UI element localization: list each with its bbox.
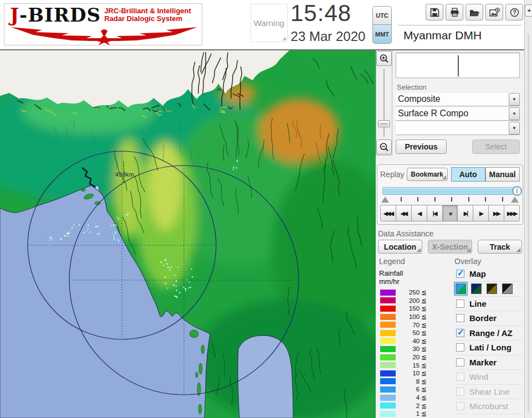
overlay-label: Overlay [454, 257, 522, 266]
header: J-BIRDS JRC-Brilliant & Intelligent Rada… [0, 0, 524, 49]
checkbox[interactable] [456, 300, 464, 308]
checkbox [456, 402, 464, 410]
legend-label: Legend [379, 257, 449, 266]
logo-title: J-BIRDS [10, 5, 101, 25]
timezone-toggle: UTC MMT [372, 6, 392, 44]
print-button[interactable] [446, 4, 463, 20]
legend: Legend Rainfall mm/hr 250 ≦ 200 ≦ 150 ≦ … [376, 257, 449, 418]
overlay-border-checkbox[interactable]: Border [454, 311, 522, 326]
timeline-ticks [382, 196, 518, 203]
help-button[interactable]: ? [505, 4, 523, 20]
jbirds-app: J-BIRDS JRC-Brilliant & Intelligent Rada… [0, 0, 532, 418]
header-right: ? Myanmar DMH [398, 0, 524, 49]
overlay-shear-line-checkbox: Shear Line [454, 385, 522, 400]
utc-button[interactable]: UTC [372, 6, 392, 25]
mmt-button[interactable]: MMT [372, 25, 392, 44]
control-panel: Selection Composite ▼ Surface R Compo ▼ … [376, 50, 524, 418]
checkbox[interactable] [456, 329, 464, 337]
checkbox[interactable] [456, 343, 464, 352]
bookmark-button[interactable]: Bookmark [407, 168, 448, 181]
overlay-line-checkbox[interactable]: Line [454, 297, 522, 312]
previous-button[interactable]: Previous [396, 140, 447, 154]
question-icon: ? [510, 8, 519, 17]
location-button[interactable]: Location [378, 240, 422, 254]
auto-button[interactable]: Auto [451, 167, 485, 182]
agency-name: Myanmar DMH [403, 29, 482, 42]
open-folder-button[interactable] [466, 4, 483, 20]
panel-splitter[interactable]: ◀ [524, 0, 532, 418]
legend-unit-line1: Rainfall [379, 269, 449, 277]
data-assistance-label: Data Assistance [378, 229, 522, 238]
stop-button[interactable]: ■ [442, 205, 458, 221]
rewind-button[interactable]: ◀◀ [396, 205, 412, 221]
overlay-map-checkbox[interactable]: Map [454, 267, 522, 282]
chevron-down-icon[interactable]: ▼ [509, 93, 520, 106]
play-button[interactable]: ▶ [473, 205, 489, 221]
warning-button[interactable]: Warning [250, 4, 288, 42]
save-button[interactable] [426, 4, 443, 20]
dropdown-product-group[interactable]: Composite ▼ [396, 93, 520, 106]
manual-button[interactable]: Manual [485, 167, 520, 182]
map-style-olive[interactable] [487, 283, 497, 294]
toolbar: ? [426, 4, 523, 20]
overlay-lati-long-checkbox[interactable]: Lati / Long [454, 340, 522, 355]
capture-button[interactable] [485, 4, 503, 20]
zoom-slider-handle[interactable] [378, 120, 390, 127]
floppy-icon [430, 8, 439, 17]
chevron-down-icon[interactable]: ▼ [509, 107, 520, 120]
dropdown-extra[interactable]: ▼ [396, 122, 520, 135]
zoom-out-button[interactable] [376, 140, 392, 154]
map-style-selector [454, 282, 522, 297]
overlay-marker-checkbox[interactable]: Marker [454, 355, 522, 370]
checkbox [456, 388, 464, 396]
replay-label: Replay [380, 170, 405, 179]
data-assistance: Data Assistance Location X-Section Track [378, 229, 522, 254]
rewind-fastest-button[interactable]: ◀◀◀ [380, 205, 396, 221]
eagle-logo-icon [9, 23, 200, 45]
fast-forward-button[interactable]: ▶▶ [488, 205, 504, 221]
radar-map[interactable]: 450km [0, 50, 376, 418]
chevron-down-icon[interactable]: ▼ [509, 122, 520, 135]
checkbox[interactable] [456, 270, 464, 278]
splitter-grip [528, 33, 529, 412]
zoom-slider[interactable] [377, 66, 391, 139]
replay-mode-toggle: Auto Manual [451, 167, 520, 182]
overlay-panel: Overlay Map Line [449, 257, 524, 418]
range-ring-label: 450km [115, 171, 134, 178]
svg-text:?: ? [513, 9, 516, 16]
zoom-in-button[interactable] [376, 51, 392, 66]
replay-timeline-slider[interactable] [382, 187, 518, 195]
printer-icon [450, 8, 459, 17]
app-logo: J-BIRDS JRC-Brilliant & Intelligent Rada… [4, 3, 202, 45]
overlay-range-az-checkbox[interactable]: Range / AZ [454, 326, 522, 341]
step-forward-button[interactable]: ▶| [457, 205, 473, 221]
play-reverse-button[interactable]: ◀ [411, 205, 427, 221]
overlay-microburst-checkbox: Microburst [454, 399, 522, 414]
select-button[interactable]: Select [472, 140, 520, 154]
timeline-start-marker [381, 197, 389, 203]
magnifier-minus-icon [379, 142, 389, 152]
fast-forward-fastest-button[interactable]: ▶▶▶ [504, 205, 520, 221]
checkbox[interactable] [456, 358, 464, 367]
magnifier-plus-icon [379, 54, 389, 64]
timeline-handle[interactable] [512, 186, 522, 196]
timeline-end-marker [511, 197, 519, 203]
map-style-gray[interactable] [502, 283, 513, 294]
collapse-panel-button[interactable]: ◀ [525, 4, 532, 17]
track-button[interactable]: Track [478, 240, 522, 254]
map-style-color[interactable] [456, 283, 466, 294]
legend-unit-line2: mm/hr [379, 277, 449, 286]
header-divider [398, 25, 522, 25]
selection-label: Selection [397, 83, 520, 91]
folder-icon [469, 8, 479, 17]
dropdown-product[interactable]: Surface R Compo ▼ [396, 107, 520, 121]
text-caret [458, 55, 459, 76]
xsection-button[interactable]: X-Section [428, 240, 472, 254]
step-back-button[interactable]: |◀ [427, 205, 443, 221]
overlay-wind-checkbox: Wind [454, 370, 522, 385]
clock-time: 15:48 [290, 0, 351, 27]
station-input[interactable] [396, 53, 520, 78]
map-style-dark[interactable] [471, 283, 482, 294]
map-zoom-control [376, 50, 392, 156]
checkbox[interactable] [456, 314, 464, 322]
